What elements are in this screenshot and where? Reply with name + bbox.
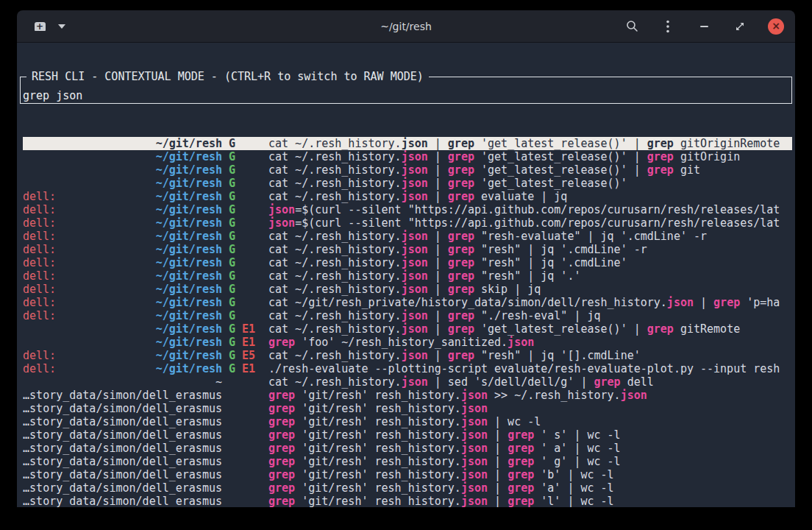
restore-button[interactable] <box>732 18 748 35</box>
flags-cell: G E1 <box>229 336 255 349</box>
host-dir-cell: …story_data/simon/dell_erasmus <box>23 402 222 415</box>
history-row[interactable]: …story_data/simon/dell_erasmusgrep 'git/… <box>23 455 792 468</box>
history-row[interactable]: dell:~/git/reshGcat ~/.resh_history.json… <box>23 256 792 269</box>
directory-label: ~ <box>216 375 222 389</box>
match-highlight: grep <box>448 283 474 296</box>
git-flag: G <box>229 349 235 362</box>
host-dir-cell: dell:~/git/resh <box>23 203 222 216</box>
history-row[interactable]: ~cat ~/.resh_history.json | sed 's/dell/… <box>23 375 792 389</box>
directory-label: ~/git/resh <box>156 230 222 243</box>
match-highlight: json <box>402 150 428 163</box>
history-row[interactable]: dell:~/git/reshG E1./resh-evaluate --plo… <box>23 362 792 375</box>
match-highlight: json <box>461 495 488 507</box>
history-row[interactable]: ~/git/reshG E1cat ~/.resh_history.json |… <box>23 322 792 336</box>
history-row[interactable]: dell:~/git/reshGcat ~/.resh_history.json… <box>23 230 792 243</box>
flags-cell: G E1 <box>229 322 255 336</box>
command-text: json=$(curl --silent "https://api.github… <box>268 216 792 230</box>
directory-label: ~/git/resh <box>156 322 222 336</box>
git-flag: G <box>229 336 235 349</box>
match-highlight: grep <box>448 349 474 362</box>
host-dir-cell: dell:~/git/resh <box>23 362 222 375</box>
host-dir-cell: …story_data/simon/dell_erasmus <box>23 468 222 481</box>
host-label: dell: <box>23 216 56 230</box>
history-row[interactable]: dell:~/git/reshGcat ~/.resh_history.json… <box>23 243 792 256</box>
host-label: dell: <box>23 309 56 322</box>
command-text: cat ~/.resh_history.json | grep 'get_lat… <box>268 137 792 150</box>
menu-button[interactable] <box>660 18 676 35</box>
git-flag: G <box>229 203 235 216</box>
directory-label: …story_data/simon/dell_erasmus <box>23 428 222 442</box>
history-row[interactable]: ~/git/reshG E1grep 'foo' ~/resh_history_… <box>23 336 792 349</box>
git-flag: G <box>229 269 235 283</box>
host-label: dell: <box>23 283 56 296</box>
history-row[interactable]: …story_data/simon/dell_erasmusgrep 'git/… <box>23 415 792 428</box>
directory-label: ~/git/resh <box>156 137 222 150</box>
command-text: cat ~/.resh_history.json | grep "resh-ev… <box>268 230 792 243</box>
history-list: ~/git/reshGcat ~/.resh_history.json | gr… <box>23 137 792 507</box>
flags-cell: G <box>229 203 255 216</box>
history-row[interactable]: ~/git/reshGcat ~/.resh_history.json | gr… <box>23 163 792 177</box>
match-highlight: json <box>508 336 534 349</box>
history-row[interactable]: ~/git/reshGcat ~/.resh_history.json | gr… <box>23 177 792 190</box>
match-highlight: grep <box>448 269 474 283</box>
exit-code-flag: E1 <box>242 322 255 336</box>
match-highlight: json <box>667 296 694 309</box>
history-row[interactable]: dell:~/git/reshGcat ~/git/resh_private/h… <box>23 296 792 309</box>
match-highlight: json <box>461 442 488 455</box>
directory-label: ~/git/resh <box>156 362 222 375</box>
flags-cell: G <box>229 283 255 296</box>
history-row[interactable]: dell:~/git/reshGcat ~/.resh_history.json… <box>23 283 792 296</box>
match-highlight: json <box>461 402 488 415</box>
host-dir-cell: dell:~/git/resh <box>23 283 222 296</box>
git-flag: G <box>229 309 235 322</box>
exit-code-flag: E1 <box>242 362 255 375</box>
host-dir-cell: dell:~/git/resh <box>23 256 222 269</box>
match-highlight: json <box>402 349 428 362</box>
history-row[interactable]: …story_data/simon/dell_erasmusgrep 'git/… <box>23 389 792 402</box>
host-dir-cell: …story_data/simon/dell_erasmus <box>23 455 222 468</box>
close-icon: × <box>772 21 780 31</box>
minimize-button[interactable] <box>696 18 712 35</box>
command-text: cat ~/.resh_history.json | grep "resh" |… <box>268 349 792 362</box>
history-row[interactable]: …story_data/simon/dell_erasmusgrep 'git/… <box>23 442 792 455</box>
match-highlight: json <box>402 322 428 336</box>
host-label: dell: <box>23 349 56 362</box>
history-row[interactable]: dell:~/git/reshGcat ~/.resh_history.json… <box>23 269 792 283</box>
search-query-input[interactable]: grep json <box>23 89 82 102</box>
history-row[interactable]: …story_data/simon/dell_erasmusgrep 'git/… <box>23 468 792 481</box>
host-dir-cell: dell:~/git/resh <box>23 230 222 243</box>
git-flag: G <box>229 256 235 269</box>
new-tab-button[interactable] <box>32 19 48 34</box>
exit-code-flag: E5 <box>242 349 255 362</box>
history-row[interactable]: dell:~/git/reshGjson=$(curl --silent "ht… <box>23 203 792 216</box>
command-text: grep 'git/resh' resh_history.json | grep… <box>268 442 792 455</box>
search-icon <box>626 20 638 32</box>
history-row[interactable]: dell:~/git/reshGjson=$(curl --silent "ht… <box>23 216 792 230</box>
history-row[interactable]: …story_data/simon/dell_erasmusgrep 'git/… <box>23 495 792 507</box>
directory-label: …story_data/simon/dell_erasmus <box>23 442 222 455</box>
history-row[interactable]: dell:~/git/reshG E5cat ~/.resh_history.j… <box>23 349 792 362</box>
close-button[interactable]: × <box>768 18 784 35</box>
flags-cell: G E5 <box>229 349 255 362</box>
host-dir-cell: ~ <box>23 375 222 389</box>
menu-kebab-icon <box>666 20 669 33</box>
match-highlight: json <box>402 190 428 203</box>
exit-code-flag: E1 <box>242 336 255 349</box>
history-row[interactable]: …story_data/simon/dell_erasmusgrep 'git/… <box>23 428 792 442</box>
match-highlight: json <box>461 468 488 481</box>
match-highlight: json <box>402 256 428 269</box>
match-highlight: grep <box>448 137 474 150</box>
match-highlight: grep <box>647 137 674 150</box>
match-highlight: grep <box>647 322 674 336</box>
history-row[interactable]: …story_data/simon/dell_erasmusgrep 'git/… <box>23 481 792 495</box>
directory-label: …story_data/simon/dell_erasmus <box>23 481 222 495</box>
history-row[interactable]: dell:~/git/reshGcat ~/.resh_history.json… <box>23 190 792 203</box>
tab-dropdown-button[interactable] <box>55 20 68 33</box>
history-row[interactable]: dell:~/git/reshGcat ~/.resh_history.json… <box>23 309 792 322</box>
command-text: cat ~/.resh_history.json | grep 'get_lat… <box>268 150 792 163</box>
history-row[interactable]: ~/git/reshGcat ~/.resh_history.json | gr… <box>23 137 792 150</box>
git-flag: G <box>229 362 235 375</box>
history-row[interactable]: ~/git/reshGcat ~/.resh_history.json | gr… <box>23 150 792 163</box>
history-row[interactable]: …story_data/simon/dell_erasmusgrep 'git/… <box>23 402 792 415</box>
search-button[interactable] <box>624 18 640 35</box>
